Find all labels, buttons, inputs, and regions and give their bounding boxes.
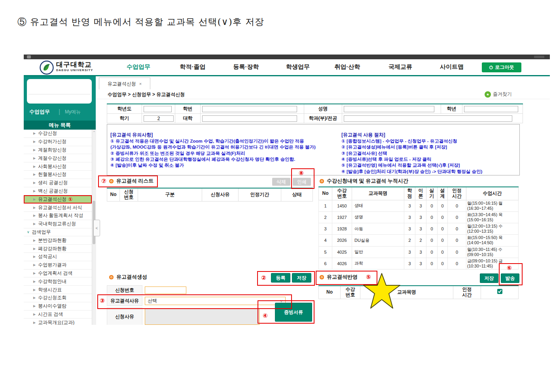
nav-student-affairs[interactable]: 학생업무 <box>286 63 310 71</box>
school-year-input[interactable] <box>144 106 172 112</box>
favorite-link[interactable]: ★ 즐겨찾기 <box>485 91 512 98</box>
col-no: No <box>107 188 120 201</box>
apply-no-input[interactable] <box>145 286 186 294</box>
favorite-label: 즐겨찾기 <box>493 91 512 98</box>
cell: 월(15:00~16:15) 월(16:30~17:45) <box>466 200 519 211</box>
sidebar-item-21[interactable]: ▶봉사이수열람 <box>24 302 92 311</box>
cell: 3 <box>404 223 415 235</box>
nav-sitemap[interactable]: 사이트맵 <box>440 63 464 71</box>
apply-header-row: No 수강 번호 교과목명 인정 시간 <box>319 286 519 299</box>
window-chrome-controls <box>534 56 544 58</box>
grade-input[interactable] <box>464 106 518 112</box>
sidebar-item-0[interactable]: ▶수강신청 <box>24 130 92 138</box>
detail-textarea[interactable] <box>145 308 260 325</box>
label-name: 성명 <box>304 104 342 114</box>
university-logo-text: 대구대학교 DAEGU UNIVERSITY <box>56 61 93 72</box>
sidebar-item-13[interactable]: ▶분반강좌현황 <box>24 236 92 245</box>
cell: 0 <box>426 200 438 211</box>
sidebar-tab-my-menu[interactable]: My메뉴 <box>65 109 81 115</box>
sidebar-item-label: 교과목개요(교과) <box>38 319 74 325</box>
sidebar-item-label: 백신 공결신청 <box>38 188 68 194</box>
sidebar-item-label: 유고결석신청서 서식 <box>38 204 82 211</box>
sidebar-item-label: 수업계획서 검색 <box>38 270 72 277</box>
semester-input[interactable] <box>144 115 174 122</box>
table-row[interactable]: 42026DU실용22000화(15:00~15:50) 목(14:00~14:… <box>319 235 519 246</box>
attach-documents-button[interactable]: 증빙서류 <box>275 303 312 322</box>
sidebar-item-10[interactable]: ▶봉사 활동계획서 작성 <box>24 212 92 220</box>
delete-button[interactable]: 삭제 <box>272 178 290 186</box>
nav-records-graduation[interactable]: 학적·졸업 <box>180 63 206 71</box>
menu-list-header: 메뉴 목록 <box>24 121 96 130</box>
breadcrumb: 수업업무 > 신청업무 > 유고결석신청 <box>108 91 185 98</box>
student-id-input[interactable] <box>202 106 297 112</box>
window-chrome-icon <box>27 55 31 58</box>
logout-button[interactable]: ⏻ 로그아웃 <box>482 62 521 72</box>
cell: 3 <box>404 258 415 269</box>
sidebar-item-22[interactable]: ▶시간표 검색 <box>24 311 92 319</box>
sidebar-item-19[interactable]: ▶학생시간표 <box>24 286 92 294</box>
nav-registration-scholarship[interactable]: 등록·장학 <box>233 63 259 71</box>
sidebar-item-14[interactable]: ▶폐강강좌현황 <box>24 245 92 253</box>
section-bullet-icon <box>320 275 324 279</box>
notice-procedure-title: [유고결석 사용 절차] <box>341 132 385 138</box>
sidebar-item-label: 성적공시 <box>38 253 57 260</box>
cell: 0 <box>426 223 438 235</box>
sidebar-item-1[interactable]: ▶수강허가신청 <box>24 138 92 146</box>
section-bullet-icon <box>109 179 114 183</box>
sidebar-item-label: 계절수강신청 <box>38 155 66 162</box>
student-info-form: 학년도 학번 성명 학년 학기 대학 학과(부)/전공 <box>107 104 523 123</box>
cell: DU실용 <box>352 235 404 246</box>
nav-course-work[interactable]: 수업업무 <box>127 63 150 71</box>
sidebar-item-9[interactable]: ▶유고결석신청서 서식 <box>24 204 92 212</box>
nav-employment[interactable]: 취업·산학 <box>335 63 360 71</box>
col-status: 상태 <box>281 188 313 201</box>
triangle-right-icon: ▶ <box>33 181 36 185</box>
department-input[interactable] <box>344 115 512 122</box>
table-row[interactable]: 31928아동33000월(12:00~13:15) 수(12:00~13:15… <box>319 223 519 235</box>
apply-no-label: 신청번호 <box>107 285 142 295</box>
sidebar-tabs: 수업업무 | My메뉴 <box>24 107 96 117</box>
table-row[interactable]: 11450생태33000월(15:00~16:15) 월(16:30~17:45… <box>319 200 519 211</box>
sidebar-item-2[interactable]: ▶계절희망신청 <box>24 146 92 155</box>
table-row[interactable]: 21927생명33000화(13:30~14:45) 목(15:00~16:15… <box>319 211 519 223</box>
name-input[interactable] <box>344 106 434 112</box>
create-save-button[interactable]: 저장 <box>292 273 311 283</box>
sidebar-collapse-handle[interactable]: < <box>93 220 100 236</box>
sidebar-item-7[interactable]: ▶백신 공결신청 <box>24 187 92 196</box>
col-no: No <box>319 286 341 299</box>
sidebar-item-15[interactable]: ▶성적공시 <box>24 253 92 261</box>
table-row[interactable]: 54025일반33000월(10:30~11:45) 수(09:00~10:15… <box>319 246 519 258</box>
sidebar-item-16[interactable]: ▶수업평가결과 <box>24 261 92 270</box>
table-row[interactable]: 64026과학33000금(09:00~10:15) 금(10:30~11:45… <box>319 258 519 269</box>
sidebar-item-11[interactable]: ▶국내학점교류신청 <box>24 220 92 228</box>
sidebar-item-18[interactable]: ▶수강학점안내 <box>24 277 92 286</box>
sidebar-item-label: 폐강강좌현황 <box>38 245 66 252</box>
sidebar-item-6[interactable]: ▶생리 공결신청 <box>24 179 92 187</box>
label-school-year: 학년도 <box>107 104 142 114</box>
sidebar-item-5[interactable]: ▶헌혈봉사신청 <box>24 171 92 179</box>
college-input[interactable] <box>202 115 297 122</box>
section-bullet-icon <box>109 275 114 279</box>
sidebar-item-3[interactable]: ▶계절수강신청 <box>24 154 92 162</box>
tab-close-icon[interactable]: × <box>139 81 142 86</box>
notice-procedure: [유고결석 사용 절차] ① [종합정보시스템] - 수업업무 - 신청업무 -… <box>341 126 517 175</box>
select-all-checkbox[interactable] <box>497 289 502 294</box>
apply-save-button[interactable]: 저장 <box>480 273 498 283</box>
reason-select[interactable]: 선택 ∨ <box>145 297 286 305</box>
register-button[interactable]: 등록 <box>271 273 290 283</box>
scroll-up-icon[interactable]: ^ <box>92 130 96 134</box>
sidebar-tab-course-work[interactable]: 수업업무 <box>29 108 50 115</box>
sidebar-item-4[interactable]: ▶사회봉사신청 <box>24 162 92 171</box>
triangle-right-icon: ▶ <box>33 255 36 258</box>
nav-international[interactable]: 국제교류 <box>388 63 412 71</box>
print-button[interactable]: 인쇄 <box>293 178 311 186</box>
sidebar-item-23[interactable]: ▶교과목개요(교과) <box>24 318 92 325</box>
sidebar-item-17[interactable]: ▶수업계획서 검색 <box>24 270 92 278</box>
sidebar-item-20[interactable]: ▶수강신청조회 <box>24 294 92 302</box>
sidebar-item-label: 분반강좌현황 <box>38 237 66 244</box>
send-button[interactable]: 발송 <box>501 273 519 283</box>
tab-absence-application[interactable]: 유고결석신청 × <box>99 77 150 90</box>
sidebar-item-12[interactable]: ∨검색업무 <box>24 228 92 237</box>
sidebar-tab-divider: | <box>59 108 60 115</box>
sidebar-item-8[interactable]: ▶유고결석신청① <box>24 195 92 204</box>
